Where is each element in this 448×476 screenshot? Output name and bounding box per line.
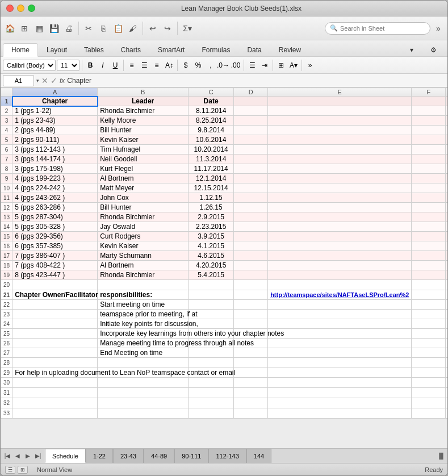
cell-D7[interactable] [234,155,268,164]
row-number[interactable]: 5 [1,135,12,145]
cell-A30[interactable] [12,378,98,388]
cell-G12[interactable] [446,203,447,212]
cell-G31[interactable] [446,388,447,398]
row-number[interactable]: 17 [1,251,12,261]
cell-A33[interactable] [12,408,98,419]
cell-F2[interactable] [412,106,446,116]
cell-F15[interactable] [412,232,446,241]
cell-D33[interactable] [234,408,268,419]
cell-C1[interactable]: Date [189,97,234,106]
sheet-tab-schedule[interactable]: Schedule [45,449,86,463]
cell-G13[interactable] [446,212,447,222]
cell-A25[interactable] [12,329,98,339]
cell-B24[interactable]: Initiate key points for discussion, [98,319,189,329]
row-number[interactable]: 7 [1,155,12,164]
cell-A14[interactable]: 5 (pgs 305-328 ) [12,222,98,232]
cell-reference[interactable]: A1 [3,75,34,86]
cell-B14[interactable]: Jay Oswald [98,222,189,232]
tab-charts[interactable]: Charts [112,43,149,56]
cell-E33[interactable] [268,408,412,419]
cell-A27[interactable] [12,348,98,358]
cell-C6[interactable]: 10.20.2014 [189,145,234,155]
cell-B27[interactable]: End Meeting on time [98,348,189,358]
cell-F19[interactable] [412,270,446,280]
cell-A1[interactable]: Chapter [12,97,98,106]
cell-B28[interactable] [98,358,189,368]
cell-E22[interactable] [268,300,412,310]
cell-A28[interactable] [12,358,98,368]
col-header-d[interactable]: D [234,88,268,97]
cell-B22[interactable]: Start meeting on time [98,300,189,310]
sheet-tab-90-111[interactable]: 90-111 [174,449,208,463]
cell-G32[interactable] [446,398,447,408]
cell-B33[interactable] [98,408,189,419]
cell-F10[interactable] [412,183,446,193]
cell-A21[interactable]: Chapter Owner/Facilitator responsibiliti… [12,290,98,300]
table-icon[interactable]: ▦ [32,22,46,35]
more-icon[interactable]: » [432,22,445,35]
row-number[interactable]: 3 [1,116,12,126]
search-input[interactable] [340,25,425,32]
cell-F13[interactable] [412,212,446,222]
cell-E13[interactable] [268,212,412,222]
col-header-f[interactable]: F [412,88,446,97]
cell-C17[interactable]: 4.6.2015 [189,251,234,261]
cell-B15[interactable]: Curt Rodgers [98,232,189,241]
cell-C22[interactable] [189,300,234,310]
cell-D11[interactable] [234,193,268,203]
cell-E29[interactable] [268,368,412,378]
cell-B32[interactable] [98,398,189,408]
row-number[interactable]: 16 [1,241,12,251]
cell-C15[interactable]: 3.9.2015 [189,232,234,241]
sheet-tab-112-143[interactable]: 112-143 [208,449,246,463]
cell-C13[interactable]: 2.9.2015 [189,212,234,222]
cell-E5[interactable] [268,135,412,145]
undo-icon[interactable]: ↩ [146,22,160,35]
tab-formulas[interactable]: Formulas [193,43,238,56]
cell-B2[interactable]: Rhonda Birchmier [98,106,189,116]
cell-C30[interactable] [189,378,234,388]
cell-C21[interactable] [189,290,234,300]
row-number[interactable]: 15 [1,232,12,241]
cell-F1[interactable] [412,97,446,106]
cell-B10[interactable]: Matt Meyer [98,183,189,193]
tab-home[interactable]: Home [3,43,38,57]
cell-E27[interactable] [268,348,412,358]
row-number[interactable]: 29 [1,368,12,378]
row-number[interactable]: 2 [1,106,12,116]
cell-E4[interactable] [268,126,412,135]
cell-C4[interactable]: 9.8.2014 [189,126,234,135]
cell-E25[interactable] [268,329,412,339]
cell-G19[interactable] [446,270,447,280]
cell-B20[interactable] [98,280,189,290]
more-format-button[interactable]: » [304,60,316,71]
cell-G30[interactable] [446,378,447,388]
cell-C20[interactable] [189,280,234,290]
cell-G21[interactable] [446,290,447,300]
cell-E24[interactable] [268,319,412,329]
cell-F29[interactable] [412,368,446,378]
row-number[interactable]: 18 [1,261,12,270]
cell-A6[interactable]: 3 (pgs 112-143 ) [12,145,98,155]
cell-E12[interactable] [268,203,412,212]
tab-first-button[interactable]: |◀ [3,452,12,461]
cell-E16[interactable] [268,241,412,251]
cell-D29[interactable] [234,368,268,378]
cell-C18[interactable]: 4.20.2015 [189,261,234,270]
cell-C3[interactable]: 8.25.2014 [189,116,234,126]
copy-icon[interactable]: ⎘ [97,22,110,35]
cell-A9[interactable]: 4 (pgs 199-223 ) [12,174,98,183]
cell-G15[interactable] [446,232,447,241]
cell-D21[interactable] [234,290,268,300]
align-right-button[interactable]: ≡ [151,60,162,71]
cell-F12[interactable] [412,203,446,212]
col-header-c[interactable]: C [189,88,234,97]
indent-button[interactable]: ⇥ [259,60,270,71]
cell-G24[interactable] [446,319,447,329]
cut-icon[interactable]: ✂ [82,22,95,35]
cell-A10[interactable]: 4 (pgs 224-242 ) [12,183,98,193]
cell-G2[interactable] [446,106,447,116]
cell-A29[interactable]: For help in uploading document to Lean N… [12,368,98,378]
cell-A32[interactable] [12,398,98,408]
cell-G28[interactable] [446,358,447,368]
